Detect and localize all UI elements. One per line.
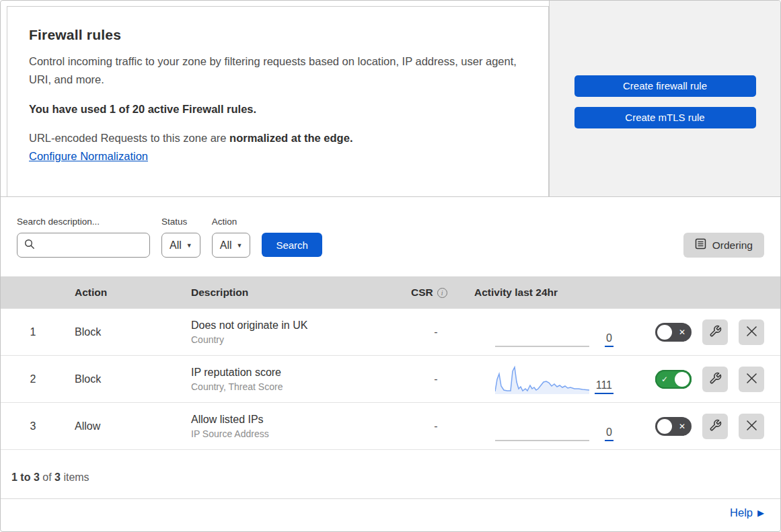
- search-box[interactable]: [17, 233, 150, 258]
- table-row: 1 Block Does not originate in UK Country…: [1, 309, 780, 356]
- create-firewall-rule-button[interactable]: Create firewall rule: [574, 75, 756, 97]
- toggle-knob: [657, 419, 672, 434]
- search-field-label: Search description...: [17, 217, 150, 227]
- toggle-on-check-icon: ✓: [661, 375, 668, 384]
- action-select[interactable]: All ▼: [212, 233, 251, 258]
- toggle-off-x-icon: ✕: [679, 422, 685, 431]
- toggle-knob: [657, 325, 672, 340]
- normalization-note: URL-encoded Requests to this zone are no…: [29, 132, 521, 145]
- activity-sparkline-empty: [495, 412, 589, 441]
- rule-activity-cell: 0: [474, 412, 623, 441]
- activity-sparkline: [495, 365, 589, 394]
- create-mtls-rule-button[interactable]: Create mTLS rule: [574, 107, 756, 128]
- rule-action: Block: [65, 326, 182, 338]
- rule-controls: ✕: [623, 414, 780, 439]
- top-section: Firewall rules Control incoming traffic …: [1, 1, 780, 197]
- rule-description: Does not originate in UK: [191, 319, 398, 332]
- search-input[interactable]: [40, 239, 143, 251]
- header-action: Action: [65, 287, 182, 299]
- delete-rule-button[interactable]: [739, 319, 764, 345]
- status-field-label: Status: [161, 217, 200, 227]
- rule-fields: Country: [191, 334, 398, 345]
- header-csr: CSR i: [398, 287, 474, 299]
- status-select[interactable]: All ▼: [161, 233, 200, 258]
- table-header: Action Description CSR i Activity last 2…: [1, 276, 780, 309]
- pagination-total: 3: [54, 471, 61, 483]
- rule-csr: -: [398, 373, 474, 385]
- rule-priority: 1: [1, 326, 65, 338]
- close-icon: [746, 420, 757, 433]
- action-field: Action All ▼: [212, 217, 251, 258]
- rule-enabled-toggle[interactable]: ✕: [655, 417, 692, 436]
- chevron-down-icon: ▼: [236, 242, 242, 249]
- rule-activity-cell: 0: [474, 317, 623, 347]
- table-row: 2 Block IP reputation score Country, Thr…: [1, 356, 780, 403]
- intro-card: Firewall rules Control incoming traffic …: [7, 6, 549, 196]
- rule-enabled-toggle[interactable]: ✕: [655, 323, 692, 342]
- edit-rule-button[interactable]: [702, 367, 728, 392]
- header-csr-label: CSR: [411, 287, 433, 299]
- pagination-items: items: [61, 471, 89, 483]
- rule-controls: ✓: [623, 367, 780, 392]
- rule-action: Block: [65, 373, 182, 385]
- search-icon: [24, 239, 35, 252]
- usage-summary: You have used 1 of 20 active Firewall ru…: [29, 103, 521, 116]
- edit-rule-button[interactable]: [702, 319, 728, 345]
- rule-fields: Country, Threat Score: [191, 381, 398, 392]
- toggle-knob: [675, 372, 690, 387]
- ordering-button-label: Ordering: [712, 239, 753, 252]
- search-button[interactable]: Search: [262, 233, 322, 257]
- wrench-icon: [709, 372, 722, 387]
- page-title: Firewall rules: [29, 27, 521, 43]
- rule-description: Allow listed IPs: [191, 414, 398, 426]
- edit-rule-button[interactable]: [702, 414, 728, 439]
- help-link[interactable]: Help ▶: [730, 506, 764, 519]
- rule-action: Allow: [65, 420, 182, 432]
- activity-count-link[interactable]: 0: [605, 332, 613, 347]
- rule-csr: -: [398, 420, 474, 432]
- toggle-off-x-icon: ✕: [679, 328, 685, 337]
- chevron-down-icon: ▼: [186, 242, 192, 249]
- help-bar: Help ▶: [1, 498, 780, 531]
- search-field: Search description...: [17, 217, 150, 258]
- ordering-button[interactable]: Ordering: [683, 233, 764, 258]
- activity-sparkline-empty: [495, 317, 589, 347]
- rule-activity-cell: 111: [474, 365, 623, 394]
- rule-enabled-toggle[interactable]: ✓: [655, 370, 692, 389]
- delete-rule-button[interactable]: [739, 414, 764, 439]
- rule-description-cell: Does not originate in UK Country: [182, 319, 398, 345]
- normalization-text: URL-encoded Requests to this zone are: [29, 132, 229, 144]
- header-description: Description: [182, 287, 398, 299]
- action-field-label: Action: [212, 217, 251, 227]
- delete-rule-button[interactable]: [739, 367, 764, 392]
- rule-description-cell: IP reputation score Country, Threat Scor…: [182, 367, 398, 392]
- rule-fields: IP Source Address: [191, 428, 398, 439]
- close-icon: [746, 373, 757, 386]
- pagination-summary: 1 to 3 of 3 items: [1, 450, 780, 498]
- configure-normalization-link[interactable]: Configure Normalization: [29, 150, 148, 163]
- wrench-icon: [709, 419, 722, 434]
- rule-description: IP reputation score: [191, 367, 398, 379]
- status-field: Status All ▼: [161, 217, 200, 258]
- filter-toolbar: Search description... Status All ▼ Actio…: [1, 197, 780, 276]
- rule-description-cell: Allow listed IPs IP Source Address: [182, 414, 398, 439]
- page-description: Control incoming traffic to your zone by…: [29, 52, 521, 88]
- table-row: 3 Allow Allow listed IPs IP Source Addre…: [1, 403, 780, 450]
- action-select-value: All: [220, 239, 232, 252]
- actions-panel: Create firewall rule Create mTLS rule: [549, 1, 780, 196]
- wrench-icon: [709, 325, 722, 340]
- help-link-label: Help: [730, 506, 753, 519]
- arrow-right-icon: ▶: [757, 508, 764, 518]
- firewall-rules-page: Firewall rules Control incoming traffic …: [0, 0, 781, 532]
- pagination-of: of: [40, 471, 54, 483]
- status-select-value: All: [170, 239, 182, 252]
- header-activity: Activity last 24hr: [474, 287, 623, 299]
- ordering-list-icon: [695, 238, 706, 252]
- rule-controls: ✕: [623, 319, 780, 345]
- pagination-range: 1 to 3: [11, 471, 40, 483]
- rule-csr: -: [398, 326, 474, 338]
- info-icon[interactable]: i: [437, 288, 447, 298]
- activity-count-link[interactable]: 111: [595, 379, 613, 394]
- activity-count-link[interactable]: 0: [605, 426, 613, 441]
- close-icon: [746, 326, 757, 339]
